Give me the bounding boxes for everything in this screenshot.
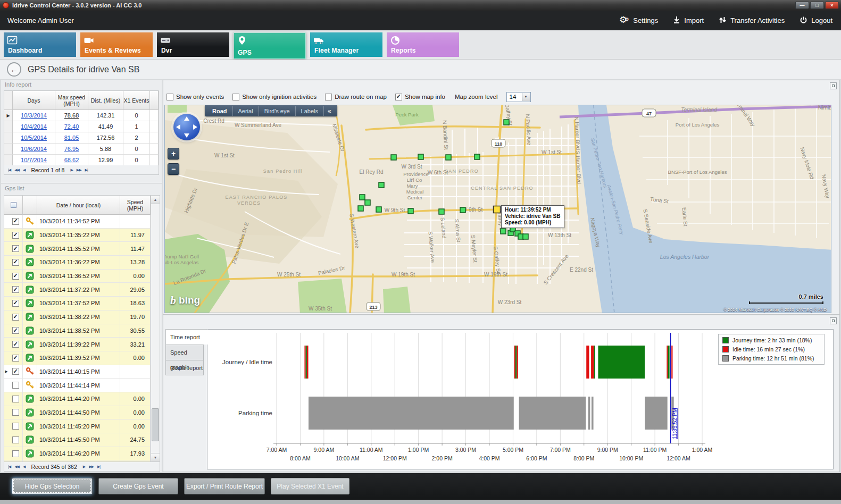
gps-pager-prev-button[interactable]: ◀ xyxy=(22,465,26,469)
tab-dashboard[interactable]: Dashboard xyxy=(4,32,76,57)
gps-pager-next-button[interactable]: ▶ xyxy=(82,465,86,469)
pan-west-icon[interactable] xyxy=(176,124,180,130)
info-pager-first-button[interactable]: |◀ xyxy=(7,168,12,172)
gps-row-checkbox[interactable] xyxy=(12,355,19,362)
gps-row-checkbox[interactable] xyxy=(12,300,19,307)
gps-row-checkbox[interactable] xyxy=(12,368,19,375)
gps-pager-next-page-button[interactable]: ▶▶ xyxy=(88,465,95,469)
select-all-icon[interactable] xyxy=(11,202,16,208)
max-speed-link[interactable]: 81.05 xyxy=(64,135,79,141)
gps-row[interactable]: 10/3/2014 11:35:52 PM11.47 xyxy=(4,242,151,256)
checkbox[interactable] xyxy=(232,94,239,100)
max-speed-link[interactable]: 72.40 xyxy=(64,123,79,130)
checkbox[interactable] xyxy=(395,94,402,100)
map-option-show-map-info[interactable]: Show map info xyxy=(395,94,445,100)
logout-button[interactable]: Logout xyxy=(800,16,832,26)
settings-button[interactable]: ⚙⚙Settings xyxy=(619,16,658,24)
export-print-route-report-button[interactable]: Export / Print Route Report xyxy=(184,478,265,494)
gps-row-checkbox[interactable] xyxy=(12,245,19,252)
gps-row[interactable]: 10/3/2014 11:45:50 PM24.75 xyxy=(4,433,151,447)
close-button[interactable]: × xyxy=(825,2,839,9)
info-pager-prev-page-button[interactable]: ◀◀ xyxy=(13,168,20,172)
max-speed-link[interactable]: 78.68 xyxy=(64,112,79,119)
gps-row[interactable]: 10/3/2014 11:39:22 PM33.21 xyxy=(4,338,151,351)
chart-tab-speed-graphic[interactable]: Speed graphic xyxy=(165,345,204,360)
gps-row[interactable]: 10/3/2014 11:34:52 PM xyxy=(4,215,151,229)
gps-marker[interactable] xyxy=(358,206,363,211)
gps-pager-first-button[interactable]: |◀ xyxy=(7,465,12,469)
gps-row-checkbox[interactable] xyxy=(12,450,19,457)
play-selected-x1-event-button[interactable]: Play Selected X1 Event xyxy=(271,478,349,494)
day-link[interactable]: 10/6/2014 xyxy=(21,146,47,152)
gps-marker[interactable] xyxy=(446,155,451,160)
map-option-show-only-events[interactable]: Show only events xyxy=(166,94,224,100)
day-link[interactable]: 10/5/2014 xyxy=(21,135,47,141)
gps-marker[interactable] xyxy=(501,229,506,234)
checkbox[interactable] xyxy=(166,94,173,100)
hide-gps-selection-button[interactable]: Hide Gps Selection xyxy=(12,478,93,494)
map-compass-control[interactable] xyxy=(173,114,200,140)
map-zoom-out-button[interactable]: − xyxy=(168,163,179,175)
back-button[interactable]: ← xyxy=(7,62,21,77)
tab-reports[interactable]: Reports xyxy=(387,32,459,57)
info-pager-last-button[interactable]: ▶| xyxy=(84,168,89,172)
day-link[interactable]: 10/3/2014 xyxy=(21,112,47,119)
transfer-button[interactable]: Transfer Activities xyxy=(719,16,785,26)
gps-row-checkbox[interactable] xyxy=(12,436,19,443)
gps-row[interactable]: 10/3/2014 11:39:52 PM0.00 xyxy=(4,351,151,365)
day-link[interactable]: 10/7/2014 xyxy=(21,157,47,163)
info-row[interactable]: 10/6/201476.955.880 xyxy=(4,144,159,155)
selected-gps-marker[interactable] xyxy=(494,206,501,213)
info-pager-next-page-button[interactable]: ▶▶ xyxy=(76,168,82,172)
gps-row[interactable]: 10/3/2014 11:44:50 PM0.00 xyxy=(4,406,151,420)
scrollbar-thumb[interactable] xyxy=(152,408,159,441)
gps-row-checkbox[interactable] xyxy=(12,314,19,321)
max-speed-link[interactable]: 68.62 xyxy=(64,157,79,163)
import-button[interactable]: Import xyxy=(673,16,704,26)
pan-north-icon[interactable] xyxy=(184,116,189,121)
map-canvas[interactable]: Peck ParkCrest RdW Summerland AveMirales… xyxy=(165,105,831,313)
gps-row-checkbox[interactable] xyxy=(12,273,19,280)
gps-pager-prev-page-button[interactable]: ◀◀ xyxy=(13,465,20,469)
gps-row-checkbox[interactable] xyxy=(12,409,19,416)
select-all-header[interactable] xyxy=(4,196,23,215)
minimize-button[interactable]: — xyxy=(795,2,809,9)
gps-row-checkbox[interactable] xyxy=(12,259,19,266)
map[interactable]: Peck ParkCrest RdW Summerland AveMirales… xyxy=(164,105,831,313)
chart-tab-time-report[interactable]: Time report xyxy=(165,329,207,345)
gps-row-checkbox[interactable] xyxy=(12,232,19,239)
tab-events[interactable]: Events & Reviews xyxy=(80,32,153,57)
info-row[interactable]: 10/5/201481.05172.562 xyxy=(4,132,159,144)
gps-row[interactable]: 10/3/2014 11:36:52 PM0.00 xyxy=(4,270,151,283)
gps-row-checkbox[interactable] xyxy=(12,423,19,430)
gps-row[interactable]: 10/3/2014 11:44:14 PM xyxy=(4,379,151,392)
expand-map-panel-button[interactable] xyxy=(830,82,837,89)
collapse-map-tabs-button[interactable]: « xyxy=(324,106,335,116)
gps-row-checkbox[interactable] xyxy=(12,341,19,348)
gps-marker[interactable] xyxy=(379,182,384,188)
chevron-down-icon[interactable]: ▼ xyxy=(522,93,530,101)
gps-row[interactable]: 10/3/2014 11:38:52 PM30.55 xyxy=(4,324,151,338)
map-view-tab-road[interactable]: Road xyxy=(207,106,233,116)
gps-pager-last-button[interactable]: ▶| xyxy=(96,465,101,469)
gps-marker[interactable] xyxy=(418,154,423,159)
gps-marker[interactable] xyxy=(408,208,413,214)
tab-dvr[interactable]: Dvr xyxy=(157,32,229,57)
info-row[interactable]: ▶10/3/201478.68142.310 xyxy=(4,110,159,121)
gps-row[interactable]: 10/3/2014 11:36:22 PM13.28 xyxy=(4,256,151,270)
day-link[interactable]: 10/4/2014 xyxy=(21,123,47,130)
gps-row[interactable]: 10/3/2014 11:44:20 PM0.00 xyxy=(4,392,151,406)
checkbox[interactable] xyxy=(325,94,332,100)
gps-marker[interactable] xyxy=(439,209,444,214)
gps-row-checkbox[interactable] xyxy=(12,327,19,334)
gps-row-checkbox[interactable] xyxy=(12,218,19,225)
pan-south-icon[interactable] xyxy=(184,133,189,138)
maximize-button[interactable]: □ xyxy=(810,2,824,9)
gps-marker[interactable] xyxy=(391,155,396,160)
gps-row[interactable]: 10/3/2014 11:35:22 PM11.97 xyxy=(4,229,151,242)
gps-row[interactable]: 10/3/2014 11:37:52 PM18.63 xyxy=(4,297,151,310)
gps-row[interactable]: 10/3/2014 11:46:20 PM17.93 xyxy=(4,447,151,461)
gps-marker[interactable] xyxy=(365,200,370,205)
map-view-tab-bird-s-eye[interactable]: Bird's eye xyxy=(259,106,296,116)
map-zoom-select[interactable]: 14 ▼ xyxy=(506,92,531,102)
